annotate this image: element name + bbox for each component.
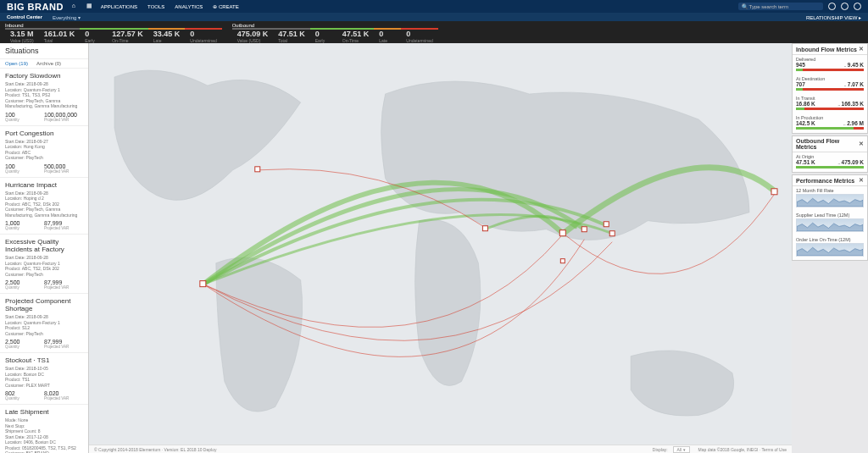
svg-rect-5 — [581, 227, 587, 232]
chart-title: Supplier Lead Time (12M) — [796, 213, 864, 218]
flow-metric: Delivered945.. 9.45 K — [793, 55, 867, 75]
situation-meta: Start Date: 2018-09-28Location: Hoping d… — [5, 191, 83, 218]
situation-meta: Start Date: 2018-09-28Location: Quantum-… — [5, 255, 83, 277]
user-avatar[interactable] — [854, 3, 861, 10]
situation-card[interactable]: Excessive Quality Incidents at FactorySt… — [0, 235, 88, 294]
copyright: © Copyright 2014-2018 Elementum · Versio… — [94, 447, 216, 452]
flow-metric: At Destination707.. 7.07 K — [793, 75, 867, 94]
svg-rect-9 — [771, 189, 777, 195]
kpi-early[interactable]: 0Early — [310, 28, 337, 43]
nav-create[interactable]: ⊕ CREATE — [213, 3, 239, 9]
kpi-group-outbound: Outbound 475.09 KValue (USD)47.51 KTotal… — [227, 21, 443, 43]
display-label: Display: — [653, 447, 668, 452]
search-input[interactable]: 🔍 Type search term — [738, 3, 823, 10]
situation-quantity: 100 — [5, 163, 44, 169]
kpi-value: 3.15 M — [10, 30, 34, 38]
situation-quantity: 2,500 — [5, 339, 44, 345]
app-header: BIG BRAND ⌂ ▦ APPLICATIONS TOOLS ANALYTI… — [0, 0, 868, 13]
situation-meta: Start Date: 2018-09-28Location: Quantum-… — [5, 314, 83, 336]
kpi-late[interactable]: 33.45 KLate — [148, 28, 186, 43]
svg-rect-1 — [200, 281, 206, 287]
nav-tools[interactable]: TOOLS — [147, 4, 164, 9]
kpi-value: 0 — [406, 30, 432, 38]
kpi-value: 161.01 K — [44, 30, 75, 38]
kpi-early[interactable]: 0Early — [80, 28, 107, 43]
situation-meta: Start Date: 2018-09-27Location: Hong Kon… — [5, 139, 83, 161]
perf-chart[interactable]: Supplier Lead Time (12M) — [793, 211, 867, 235]
kpi-value: 47.51 K — [278, 30, 305, 38]
metric-left: 47.51 K — [796, 159, 815, 165]
panel-outbound-flow: Outbound Flow Metrics ✕ At Origin47.51 K… — [792, 135, 868, 173]
panel-performance: Performance Metrics ✕ 12 Month Fill Rate… — [792, 174, 868, 261]
situation-var: 100,000,000 — [44, 112, 83, 118]
kpi-strip: Inbound 3.15 MValue (USD)161.01 KTotal0E… — [0, 21, 868, 43]
grid-icon[interactable]: ▦ — [86, 3, 94, 10]
kpi-value: 127.57 K — [112, 30, 143, 38]
situation-card[interactable]: Projected Component ShortageStart Date: … — [0, 294, 88, 353]
close-icon[interactable]: ✕ — [859, 177, 864, 184]
situation-meta: Mode: NoneNext Stop:Shipment Count: 8Sta… — [5, 417, 83, 453]
metric-left: 707 — [796, 81, 805, 87]
chart-title: Order Line On-Time (12M) — [796, 237, 864, 242]
situations-sidebar[interactable]: Situations Open (19) Archive (0) Factory… — [0, 43, 89, 453]
kpi-on-time[interactable]: 127.57 KOn-Time — [107, 28, 148, 43]
brand-logo[interactable]: BIG BRAND — [7, 2, 64, 12]
kpi-on-time[interactable]: 47.51 KOn-Time — [337, 28, 375, 43]
kpi-total[interactable]: 161.01 KTotal — [39, 28, 81, 43]
situation-card[interactable]: Late ShipmentMode: NoneNext Stop:Shipmen… — [0, 405, 88, 453]
kpi-undetermined[interactable]: 0Undetermined — [401, 28, 437, 43]
help-icon[interactable] — [841, 3, 849, 10]
home-icon[interactable]: ⌂ — [72, 3, 80, 10]
tab-open[interactable]: Open (19) — [5, 61, 28, 66]
display-select[interactable]: All ▾ — [673, 446, 690, 453]
scope-filter[interactable]: Everything ▾ — [53, 14, 81, 20]
situation-var: 87,999 — [44, 279, 83, 285]
situation-card[interactable]: Stockout · TS1Start Date: 2018-10-05Loca… — [0, 353, 88, 405]
map-attribution: Map data ©2018 Google, INEGI · Terms of … — [698, 447, 787, 452]
situation-var: 87,999 — [44, 220, 83, 226]
subheader: Control Center Everything ▾ RELATIONSHIP… — [0, 13, 868, 21]
situation-card[interactable]: Factory SlowdownStart Date: 2018-09-28Lo… — [0, 69, 88, 126]
metric-right: .. 9.45 K — [844, 62, 864, 68]
situation-meta: Start Date: 2018-10-05Location: Boston D… — [5, 366, 83, 388]
nav-analytics[interactable]: ANALYTICS — [175, 4, 203, 9]
close-icon[interactable]: ✕ — [859, 46, 864, 52]
flow-metric: In Production142.5 K.. 2.96 M — [793, 113, 867, 133]
tab-archive[interactable]: Archive (0) — [36, 61, 61, 66]
perf-chart[interactable]: 12 Month Fill Rate — [793, 186, 867, 211]
metric-right: .. 166.35 K — [837, 101, 864, 107]
situation-title: Stockout · TS1 — [5, 356, 83, 364]
situation-quantity: 2,500 — [5, 279, 44, 285]
map-svg[interactable] — [89, 43, 792, 452]
kpi-value-usd-[interactable]: 475.09 KValue (USD) — [232, 28, 274, 43]
situation-var: 87,999 — [44, 339, 83, 345]
world-map[interactable]: © Copyright 2014-2018 Elementum · Versio… — [89, 43, 792, 453]
kpi-group-inbound: Inbound 3.15 MValue (USD)161.01 KTotal0E… — [0, 21, 227, 43]
kpi-value-usd-[interactable]: 3.15 MValue (USD) — [5, 28, 39, 43]
metric-left: 945 — [796, 62, 805, 68]
kpi-value: 33.45 K — [153, 30, 181, 38]
sidebar-tabs: Open (19) Archive (0) — [0, 59, 88, 69]
situation-card[interactable]: Port CongestionStart Date: 2018-09-27Loc… — [0, 126, 88, 178]
close-icon[interactable]: ✕ — [859, 141, 864, 147]
metric-right: .. 7.07 K — [844, 81, 864, 87]
kpi-value: 47.51 K — [342, 30, 370, 38]
nav-applications[interactable]: APPLICATIONS — [101, 4, 137, 9]
metrics-panels: Inbound Flow Metrics ✕ Delivered945.. 9.… — [792, 43, 868, 453]
kpi-total[interactable]: 47.51 KTotal — [273, 28, 310, 43]
panel-title: Outbound Flow Metrics — [796, 138, 859, 150]
svg-rect-6 — [604, 222, 609, 227]
situation-title: Factory Slowdown — [5, 72, 83, 80]
kpi-undetermined[interactable]: 0Undetermined — [185, 28, 221, 43]
map-footer: © Copyright 2014-2018 Elementum · Versio… — [89, 445, 792, 453]
relationship-view-link[interactable]: RELATIONSHIP VIEW ▸ — [806, 14, 861, 20]
flow-metric: In Transit16.86 K.. 166.35 K — [793, 94, 867, 113]
flow-metric: At Origin47.51 K.. 475.09 K — [793, 152, 867, 172]
kpi-late[interactable]: 0Late — [374, 28, 401, 43]
kpi-value: 0 — [85, 30, 102, 38]
perf-chart[interactable]: Order Line On-Time (12M) — [793, 235, 867, 260]
situation-card[interactable]: Hurricane ImpactStart Date: 2018-09-28Lo… — [0, 178, 88, 235]
settings-icon[interactable] — [828, 3, 836, 10]
panel-title: Performance Metrics — [796, 178, 854, 184]
svg-rect-8 — [560, 259, 565, 263]
